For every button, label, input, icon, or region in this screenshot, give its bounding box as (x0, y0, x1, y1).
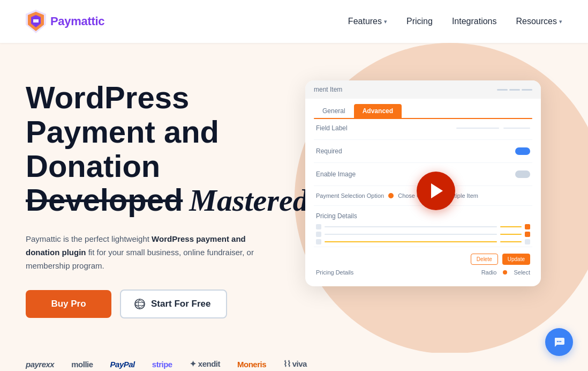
sc-divider (314, 139, 532, 140)
hero-visual: ment Item General Advanced Field Label (308, 64, 562, 371)
sc-prow-line (325, 234, 497, 235)
chevron-down-icon: ▾ (559, 18, 562, 25)
sc-header-dots (497, 89, 532, 91)
chat-icon (553, 336, 566, 348)
sc-toggle-required[interactable] (515, 147, 530, 155)
logo-payrexx: payrexx (26, 360, 54, 369)
hero-content: WordPress Payment and Donation Developed… (26, 64, 308, 318)
logo-viva: ⌇⌇ viva (283, 359, 307, 369)
sc-dot (522, 89, 532, 91)
logo-mollie: mollie (71, 360, 93, 369)
sc-pricing-label: Pricing Details (305, 208, 541, 222)
sc-pricing-row (316, 232, 530, 237)
sc-delete-button[interactable]: Delete (471, 254, 498, 265)
hero-description: Paymattic is the perfect lightweight Wor… (26, 233, 272, 272)
sc-bottom-options: Radio Select (481, 269, 530, 276)
sc-prow-sq (525, 232, 530, 237)
sc-prow-sq (525, 224, 530, 229)
sc-check-icon (316, 239, 321, 244)
sc-prow-line-short (500, 234, 522, 235)
sc-line-short (503, 128, 530, 129)
sc-line-decoration (456, 128, 499, 129)
sc-action-row: Delete Update (305, 249, 541, 267)
nav-features[interactable]: Features ▾ (348, 17, 387, 26)
sc-dot (497, 89, 508, 91)
sc-prow-line-orange (325, 241, 497, 242)
hero-buttons: Buy Pro Start For Free (26, 290, 308, 318)
sc-prow-line-short (500, 226, 522, 227)
chat-widget[interactable] (545, 328, 573, 356)
sc-check-icon (316, 224, 321, 229)
sc-header: ment Item (305, 80, 541, 99)
sc-toggle-image[interactable] (515, 170, 530, 178)
nav-pricing[interactable]: Pricing (406, 17, 433, 26)
sc-pricing-rows (305, 224, 541, 244)
sc-radio-small (503, 270, 507, 274)
hero-heading-line4: Developed Mastered (26, 183, 308, 218)
sc-dot (509, 89, 520, 91)
nav-integrations[interactable]: Integrations (452, 17, 497, 26)
sc-required-row: Required (305, 142, 541, 160)
svg-marker-0 (33, 19, 39, 23)
main-nav: Features ▾ Pricing Integrations Resource… (348, 17, 562, 26)
sc-prow-line (325, 226, 497, 227)
svg-point-3 (559, 341, 560, 342)
logo-moneris: Moneris (237, 360, 266, 369)
play-button[interactable] (417, 172, 455, 210)
svg-point-2 (557, 341, 558, 342)
logo-text: Paymattic (50, 14, 104, 28)
sc-pricing-row (316, 224, 530, 229)
sc-prow-line-short (500, 241, 522, 242)
sc-update-button[interactable]: Update (502, 254, 530, 265)
sc-divider (314, 247, 532, 247)
sc-tab-general[interactable]: General (314, 104, 354, 118)
hero-heading: WordPress Payment and Donation Developed… (26, 80, 308, 218)
sc-tab-advanced[interactable]: Advanced (354, 104, 402, 118)
logos-bar: payrexx mollie PayPal stripe ✦ xendit Mo… (0, 353, 588, 371)
sc-prow-sq-gray (525, 239, 530, 244)
chevron-down-icon: ▾ (384, 18, 387, 25)
site-header: Paymattic Features ▾ Pricing Integration… (0, 0, 588, 43)
wordpress-icon (134, 298, 146, 310)
sc-divider (314, 162, 532, 163)
sc-tabs: General Advanced (305, 99, 541, 118)
sc-bottom-row: Pricing Details Radio Select (305, 267, 541, 278)
sc-field-label-row: Field Label (305, 119, 541, 137)
start-free-button[interactable]: Start For Free (120, 290, 227, 318)
logo-paypal: PayPal (110, 360, 135, 369)
hero-section: WordPress Payment and Donation Developed… (0, 43, 588, 371)
sc-field-line (456, 128, 530, 129)
play-triangle-icon (431, 183, 443, 198)
logo-xendit: ✦ xendit (190, 359, 220, 369)
sc-check-icon (316, 232, 321, 237)
sc-radio-icon (388, 193, 394, 198)
buy-pro-button[interactable]: Buy Pro (26, 290, 111, 318)
svg-point-1 (135, 299, 145, 309)
logo[interactable]: Paymattic (26, 10, 104, 33)
paymattic-logo-icon (26, 10, 46, 33)
sc-pricing-row (316, 239, 530, 244)
logo-stripe: stripe (152, 360, 172, 369)
svg-point-4 (560, 341, 561, 342)
nav-resources[interactable]: Resources ▾ (516, 17, 562, 26)
